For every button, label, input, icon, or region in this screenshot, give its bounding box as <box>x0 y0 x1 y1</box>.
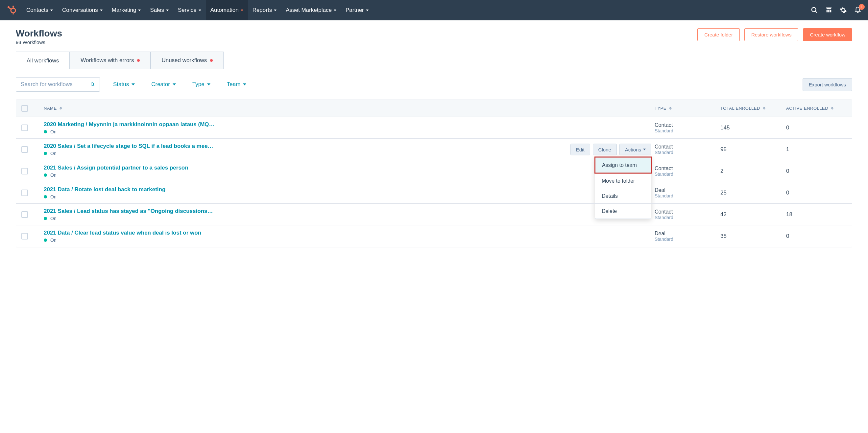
svg-line-12 <box>93 85 94 86</box>
workflow-name-link[interactable]: 2021 Sales / Assign potential partner to… <box>44 165 215 171</box>
row-checkbox[interactable] <box>21 211 28 218</box>
error-dot-icon <box>137 59 140 62</box>
filter-type[interactable]: Type <box>192 81 210 88</box>
nav-contacts[interactable]: Contacts <box>26 0 53 20</box>
chevron-down-icon <box>207 84 210 86</box>
nav-automation[interactable]: Automation <box>206 0 248 20</box>
search-box[interactable] <box>16 77 100 92</box>
nav-asset-marketplace[interactable]: Asset Marketplace <box>286 0 336 20</box>
select-all-checkbox[interactable] <box>21 105 28 112</box>
col-active-enrolled[interactable]: ACTIVE ENROLLED <box>786 106 852 111</box>
chevron-down-icon <box>138 9 141 11</box>
sort-icon <box>669 107 672 110</box>
notif-badge: 1 <box>859 4 865 10</box>
cell-type: ContactStandard <box>655 166 720 177</box>
restore-workflows-button[interactable]: Restore workflows <box>744 28 799 41</box>
cell-active-enrolled: 18 <box>786 211 852 218</box>
clone-button[interactable]: Clone <box>593 143 617 155</box>
nav-sales[interactable]: Sales <box>150 0 169 20</box>
workflow-status: On <box>44 129 644 134</box>
row-checkbox[interactable] <box>21 190 28 196</box>
col-type[interactable]: TYPE <box>655 106 720 111</box>
table-row: 2021 Sales / Lead status has stayed as "… <box>16 204 852 225</box>
workflow-status: On <box>44 151 644 156</box>
col-total-enrolled[interactable]: TOTAL ENROLLED <box>720 106 786 111</box>
create-folder-button[interactable]: Create folder <box>698 28 740 41</box>
status-dot-icon <box>44 238 47 242</box>
table-row: 2021 Data / Rotate lost deal back to mar… <box>16 182 852 204</box>
cell-total-enrolled: 2 <box>720 168 786 174</box>
nav-conversations[interactable]: Conversations <box>62 0 102 20</box>
table-row: 2021 Sales / Assign potential partner to… <box>16 160 852 182</box>
svg-rect-8 <box>827 10 828 12</box>
edit-button[interactable]: Edit <box>570 143 590 155</box>
actions-button[interactable]: Actions <box>619 143 651 155</box>
status-dot-icon <box>44 173 47 177</box>
row-checkbox[interactable] <box>21 233 28 239</box>
workflow-status: On <box>44 172 644 178</box>
nav-service[interactable]: Service <box>178 0 201 20</box>
cell-total-enrolled: 95 <box>720 146 786 153</box>
workflow-status: On <box>44 237 644 243</box>
status-dot-icon <box>44 217 47 220</box>
tab-unused-workflows[interactable]: Unused workflows <box>151 52 224 69</box>
svg-line-2 <box>9 8 11 9</box>
tab-all-workflows[interactable]: All workflows <box>16 52 70 69</box>
workflow-status: On <box>44 216 644 221</box>
workflow-name-link[interactable]: 2021 Sales / Lead status has stayed as "… <box>44 208 215 214</box>
sort-icon <box>60 107 62 110</box>
workflow-status: On <box>44 194 644 199</box>
row-checkbox[interactable] <box>21 146 28 153</box>
workflows-table: NAME TYPE TOTAL ENROLLED ACTIVE ENROLLED… <box>16 100 852 247</box>
sort-icon <box>763 107 766 110</box>
svg-point-4 <box>12 6 14 7</box>
svg-point-1 <box>11 8 16 13</box>
chevron-down-icon <box>173 84 176 86</box>
cell-active-enrolled: 1 <box>786 146 852 153</box>
workflow-name-link[interactable]: 2020 Sales / Set a lifecycle stage to SQ… <box>44 143 215 149</box>
workflow-name-link[interactable]: 2021 Data / Clear lead status value when… <box>44 230 215 236</box>
notifications-icon[interactable]: 1 <box>854 6 861 14</box>
chevron-down-icon <box>100 9 102 11</box>
filter-status[interactable]: Status <box>113 81 135 88</box>
table-row: 2020 Sales / Set a lifecycle stage to SQ… <box>16 139 852 160</box>
row-checkbox[interactable] <box>21 168 28 174</box>
col-name[interactable]: NAME <box>33 106 655 111</box>
cell-active-enrolled: 0 <box>786 233 852 239</box>
cell-total-enrolled: 25 <box>720 190 786 196</box>
nav-marketing[interactable]: Marketing <box>112 0 141 20</box>
chevron-down-icon <box>366 9 369 11</box>
status-dot-icon <box>44 130 47 133</box>
nav-reports[interactable]: Reports <box>252 0 277 20</box>
filter-creator[interactable]: Creator <box>151 81 176 88</box>
marketplace-icon[interactable] <box>825 7 833 14</box>
svg-point-11 <box>91 83 94 86</box>
table-header: NAME TYPE TOTAL ENROLLED ACTIVE ENROLLED <box>16 100 852 117</box>
nav-partner[interactable]: Partner <box>346 0 369 20</box>
svg-line-7 <box>815 11 817 13</box>
chevron-down-icon <box>334 9 336 11</box>
tab-workflows-with-errors[interactable]: Workflows with errors <box>70 52 151 69</box>
workflow-name-link[interactable]: 2020 Marketing / Myynnin ja markkinoinni… <box>44 121 215 128</box>
search-icon[interactable] <box>811 7 818 14</box>
create-workflow-button[interactable]: Create workflow <box>803 28 852 41</box>
chevron-down-icon <box>274 9 277 11</box>
cell-type: ContactStandard <box>655 144 720 155</box>
page-header: Workflows 93 Workflows Create folder Res… <box>0 20 868 45</box>
row-checkbox[interactable] <box>21 125 28 131</box>
workflow-name-link[interactable]: 2021 Data / Rotate lost deal back to mar… <box>44 186 215 193</box>
chevron-down-icon <box>166 9 169 11</box>
cell-type: ContactStandard <box>655 209 720 220</box>
chevron-down-icon <box>131 84 135 86</box>
tabs: All workflowsWorkflows with errorsUnused… <box>16 52 852 69</box>
hubspot-logo[interactable] <box>7 5 17 15</box>
search-input[interactable] <box>21 81 90 88</box>
svg-point-6 <box>812 7 816 12</box>
filter-team[interactable]: Team <box>227 81 247 88</box>
chevron-down-icon <box>243 84 246 86</box>
top-nav: ContactsConversationsMarketingSalesServi… <box>0 0 868 20</box>
chevron-down-icon <box>241 9 243 11</box>
gear-icon[interactable] <box>840 7 847 14</box>
export-button[interactable]: Export workflows <box>803 78 852 91</box>
chevron-down-icon <box>50 9 53 11</box>
